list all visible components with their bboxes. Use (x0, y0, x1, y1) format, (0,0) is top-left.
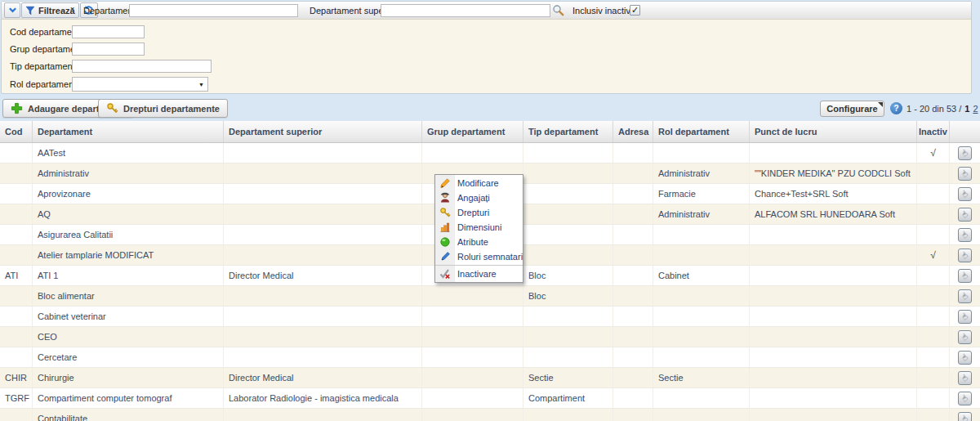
rol-departament-select[interactable]: ▼ (72, 77, 208, 92)
tip-departament-input[interactable] (72, 60, 212, 73)
row-action-button[interactable]: ☝ (958, 187, 972, 201)
table-row[interactable]: TGRFCompartiment computer tomografLabora… (0, 388, 980, 409)
menu-item-roluri-semnatari[interactable]: Roluri semnatari (435, 249, 523, 264)
menu-item-label: Atribute (454, 237, 488, 247)
menu-item-modificare[interactable]: Modificare (435, 176, 523, 190)
row-action-button[interactable]: ☝ (958, 330, 972, 344)
cell-punct (750, 388, 917, 408)
cell-cod (0, 286, 33, 306)
cell-inactiv (917, 388, 950, 408)
column-header-departament[interactable]: Departament (33, 121, 224, 142)
menu-item-atribute[interactable]: Atribute (435, 235, 523, 249)
cell-rol: Administrativ (653, 163, 750, 183)
row-action-button[interactable]: ☝ (958, 371, 972, 385)
hand-pointer-icon: ☝ (960, 250, 969, 261)
context-menu: ModificareAngajațiDrepturiDimensiuniAtri… (434, 174, 523, 283)
cell-adresa (613, 184, 653, 204)
row-action-button[interactable]: ☝ (958, 269, 972, 283)
column-header-departament-superior[interactable]: Departament superior (224, 121, 422, 142)
cell-adresa (613, 225, 653, 244)
cell-cod (0, 163, 33, 183)
row-action-button[interactable]: ☝ (958, 146, 972, 160)
cell-grup (422, 143, 523, 163)
cell-superior (224, 327, 422, 347)
pagination-summary: 1 - 20 din 53 / (906, 104, 961, 114)
menu-item-inactivare[interactable]: Inactivare (435, 266, 523, 281)
page-link-2[interactable]: 2 (973, 104, 978, 114)
cell-superior (224, 143, 422, 163)
cell-inactiv (917, 409, 950, 421)
collapse-panel-button[interactable] (4, 2, 20, 18)
page-link-1[interactable]: 1 (964, 104, 969, 114)
inclusiv-inactive-checkbox[interactable]: ✓ (630, 5, 640, 16)
column-header-grup-departament[interactable]: Grup departament (422, 121, 523, 142)
hand-pointer-icon: ☝ (960, 230, 969, 240)
menu-item-label: Dimensiuni (454, 222, 501, 232)
column-header-punct-de-lucru[interactable]: Punct de lucru (750, 121, 917, 142)
row-action-button[interactable]: ☝ (958, 167, 972, 181)
cell-adresa (613, 286, 653, 306)
cell-cod (0, 245, 33, 265)
table-row[interactable]: AATest√☝ (0, 143, 980, 163)
cell-superior (224, 286, 422, 306)
cell-tip (523, 347, 613, 367)
search-icon[interactable] (552, 4, 564, 16)
departament-label: Departament (83, 6, 136, 16)
cod-departament-input[interactable] (72, 25, 145, 38)
table-row[interactable]: Bloc alimentarBloc☝ (0, 286, 980, 307)
grup-departament-input[interactable] (72, 43, 145, 56)
cell-punct (750, 368, 917, 387)
filter-apply-button[interactable]: Filtrează (21, 2, 79, 18)
column-header-tip-departament[interactable]: Tip departament (523, 121, 613, 142)
help-icon[interactable]: ? (890, 102, 902, 114)
cell-rol: Farmacie (653, 184, 750, 204)
cell-tip (523, 225, 613, 244)
row-action-button[interactable]: ☝ (958, 351, 972, 365)
table-row[interactable]: CHIRChirurgieDirector MedicalSectieSecti… (0, 368, 980, 388)
departament-input[interactable] (129, 4, 298, 17)
cell-adresa (613, 143, 653, 163)
table-row[interactable]: Cercetare☝ (0, 347, 980, 368)
row-action-button[interactable]: ☝ (958, 249, 972, 262)
table-row[interactable]: Contabilitate☝ (0, 409, 980, 421)
cell-adresa (613, 347, 653, 367)
configure-button[interactable]: Configurare (820, 101, 884, 117)
column-header-rol-departament[interactable]: Rol departament (653, 121, 750, 142)
employee-icon (435, 192, 454, 204)
column-header-cod[interactable]: Cod (0, 121, 33, 142)
drepturi-departamente-button[interactable]: Drepturi departamente (98, 99, 228, 118)
cell-departament: ATI 1 (33, 266, 224, 285)
cell-tip: Sectie (523, 368, 613, 387)
cell-inactiv (917, 327, 950, 347)
cell-cod (0, 225, 33, 244)
column-header-inactiv[interactable]: Inactiv (917, 121, 950, 142)
cell-rol: Administrativ (653, 204, 750, 224)
column-header-adresa[interactable]: Adresa (613, 121, 653, 142)
cell-actions: ☝ (950, 307, 980, 326)
row-action-button[interactable]: ☝ (958, 289, 972, 303)
cell-superior: Director Medical (224, 266, 422, 285)
cell-punct: ALFACOM SRL HUNEDOARA Soft (750, 204, 917, 224)
cell-inactiv: √ (917, 245, 950, 265)
menu-item-label: Modificare (454, 178, 499, 188)
cell-inactiv (917, 368, 950, 387)
cell-inactiv (917, 163, 950, 183)
table-row[interactable]: CEO☝ (0, 327, 980, 347)
menu-item-dimensiuni[interactable]: Dimensiuni (435, 220, 523, 235)
cell-punct: Chance+Test+SRL Soft (750, 184, 917, 204)
bar-chart-icon (435, 222, 454, 233)
hand-pointer-icon: ☝ (960, 352, 969, 363)
row-action-button[interactable]: ☝ (958, 310, 972, 324)
table-row[interactable]: Cabinet veterinar☝ (0, 307, 980, 327)
menu-item-angajați[interactable]: Angajați (435, 190, 523, 205)
hand-pointer-icon: ☝ (960, 189, 969, 199)
row-action-button[interactable]: ☝ (958, 208, 972, 222)
row-action-button[interactable]: ☝ (958, 392, 972, 405)
departament-superior-input[interactable] (381, 4, 550, 17)
cell-superior (224, 307, 422, 326)
row-action-button[interactable]: ☝ (958, 228, 972, 242)
deactivate-check-icon (435, 268, 454, 280)
menu-item-drepturi[interactable]: Drepturi (435, 205, 523, 220)
row-action-button[interactable]: ☝ (958, 412, 972, 421)
hand-pointer-icon: ☝ (960, 148, 969, 159)
